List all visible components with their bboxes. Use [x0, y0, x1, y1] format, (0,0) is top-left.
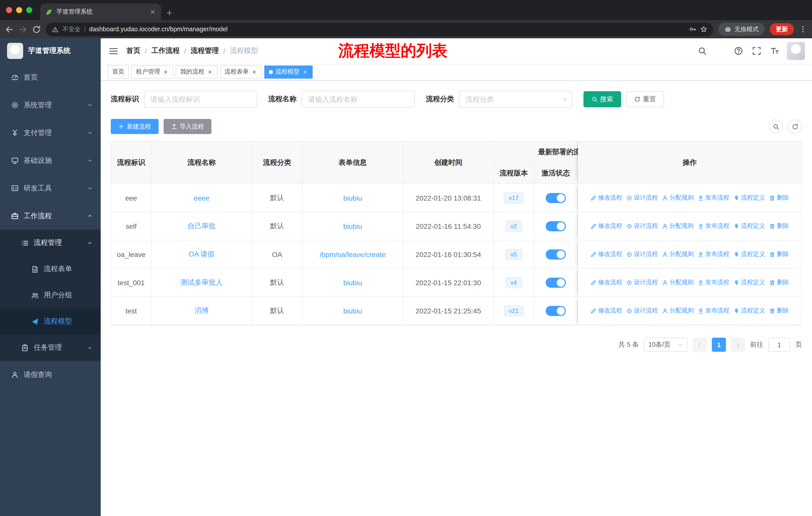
refresh-button[interactable] [788, 119, 802, 134]
process-name-input[interactable] [301, 91, 415, 108]
sidebar-item-user-group[interactable]: 用户分组 [0, 282, 101, 308]
create-process-button[interactable]: 新建流程 [111, 119, 158, 134]
action-assign[interactable]: 分配规则 [662, 193, 694, 202]
action-delete[interactable]: 删除 [769, 278, 789, 287]
active-toggle[interactable] [546, 193, 566, 203]
next-page-button[interactable] [731, 337, 745, 352]
breadcrumb-item-workflow[interactable]: 工作流程 [151, 46, 180, 55]
breadcrumb-item-home[interactable]: 首页 [126, 46, 141, 55]
action-definition[interactable]: 流程定义 [733, 250, 765, 259]
tag-tenant-management[interactable]: 租户管理 [132, 65, 173, 78]
search-button[interactable] [769, 119, 783, 134]
tag-process-model[interactable]: 流程模型 [264, 65, 313, 78]
action-edit[interactable]: 修改流程 [590, 306, 622, 315]
active-toggle[interactable] [546, 277, 566, 288]
action-assign[interactable]: 分配规则 [662, 306, 694, 315]
form-link[interactable]: /bpm/oa/leave/create [320, 250, 386, 258]
zoom-window-button[interactable] [26, 7, 32, 13]
update-button[interactable]: 更新 [770, 23, 794, 35]
close-tab-icon[interactable] [149, 8, 156, 15]
action-edit[interactable]: 修改流程 [590, 278, 622, 287]
address-bar[interactable]: 不安全 dashboard.yudao.iocoder.cn/bpm/manag… [46, 22, 713, 36]
search-button[interactable]: 搜索 [583, 91, 621, 107]
close-icon[interactable] [302, 69, 308, 75]
reset-button[interactable]: 重置 [626, 91, 664, 107]
page-number-button[interactable]: 1 [712, 337, 726, 352]
process-name-link[interactable]: 自己审批 [187, 221, 216, 230]
action-delete[interactable]: 删除 [769, 250, 789, 259]
process-name-link[interactable]: OA 请假 [189, 250, 215, 259]
action-assign[interactable]: 分配规则 [662, 250, 694, 259]
back-button[interactable] [5, 25, 13, 33]
action-design[interactable]: 设计流程 [626, 222, 658, 230]
form-link[interactable]: biubiu [343, 307, 362, 315]
action-publish[interactable]: 发布流程 [698, 306, 729, 315]
sidebar-item-payment[interactable]: 支付管理 [0, 119, 101, 147]
active-toggle[interactable] [546, 306, 566, 316]
form-link[interactable]: biubiu [343, 194, 362, 202]
process-category-select[interactable] [459, 91, 572, 108]
sidebar-item-process-management[interactable]: 流程管理 [0, 230, 101, 256]
action-definition[interactable]: 流程定义 [733, 222, 765, 230]
breadcrumb-item-process-management[interactable]: 流程管理 [191, 46, 219, 55]
action-definition[interactable]: 流程定义 [733, 278, 765, 287]
user-avatar[interactable] [787, 42, 805, 60]
action-edit[interactable]: 修改流程 [590, 222, 622, 230]
action-publish[interactable]: 发布流程 [698, 278, 729, 287]
action-edit[interactable]: 修改流程 [590, 193, 622, 202]
goto-page-input[interactable] [768, 337, 790, 352]
sidebar-item-dev-tools[interactable]: 研发工具 [0, 174, 101, 202]
browser-tab[interactable]: 芋道管理系统 [40, 3, 161, 20]
reload-button[interactable] [32, 25, 41, 33]
close-icon[interactable] [251, 69, 257, 75]
action-design[interactable]: 设计流程 [626, 306, 658, 315]
tag-my-process[interactable]: 我的流程 [176, 65, 218, 78]
github-button[interactable] [712, 43, 728, 58]
sidebar-item-workflow[interactable]: 工作流程 [0, 202, 101, 230]
action-edit[interactable]: 修改流程 [590, 250, 622, 259]
close-icon[interactable] [163, 69, 169, 75]
font-size-button[interactable] [767, 43, 783, 58]
form-link[interactable]: biubiu [343, 278, 362, 287]
tag-process-form[interactable]: 流程表单 [220, 65, 262, 78]
close-icon[interactable] [207, 69, 213, 75]
hamburger-button[interactable] [101, 46, 126, 56]
forward-button[interactable] [19, 25, 27, 33]
form-link[interactable]: biubiu [343, 222, 362, 230]
new-tab-button[interactable] [166, 9, 173, 16]
tag-home[interactable]: 首页 [108, 65, 129, 78]
star-icon[interactable] [700, 26, 707, 33]
active-toggle[interactable] [546, 221, 566, 231]
import-process-button[interactable]: 导入流程 [164, 119, 211, 134]
sidebar-item-process-form[interactable]: 流程表单 [0, 256, 101, 282]
prev-page-button[interactable] [693, 337, 707, 352]
search-button[interactable] [694, 43, 710, 58]
page-size-select[interactable]: 10条/页 [644, 337, 688, 352]
action-assign[interactable]: 分配规则 [662, 222, 694, 230]
sidebar-item-task-management[interactable]: 任务管理 [0, 334, 101, 361]
process-name-link[interactable]: 滔博 [195, 306, 209, 315]
help-button[interactable] [730, 43, 747, 58]
key-icon[interactable] [689, 26, 696, 33]
action-design[interactable]: 设计流程 [626, 278, 658, 287]
action-delete[interactable]: 删除 [769, 306, 789, 315]
action-design[interactable]: 设计流程 [626, 193, 658, 202]
action-definition[interactable]: 流程定义 [733, 306, 765, 315]
process-key-input[interactable] [144, 91, 257, 108]
sidebar-item-home[interactable]: 首页 [0, 63, 101, 91]
action-publish[interactable]: 发布流程 [698, 222, 729, 230]
minimize-window-button[interactable] [16, 7, 22, 13]
action-publish[interactable]: 发布流程 [698, 250, 729, 259]
sidebar-item-process-model[interactable]: 流程模型 [0, 308, 101, 334]
menu-dots-icon[interactable] [799, 25, 807, 33]
sidebar-item-infrastructure[interactable]: 基础设施 [0, 147, 101, 174]
sidebar-item-system[interactable]: 系统管理 [0, 91, 101, 119]
action-design[interactable]: 设计流程 [626, 250, 658, 259]
process-name-link[interactable]: 测试多审批人 [180, 278, 223, 287]
fullscreen-button[interactable] [749, 43, 765, 58]
process-name-link[interactable]: eeee [194, 194, 209, 202]
active-toggle[interactable] [546, 249, 566, 259]
close-window-button[interactable] [6, 7, 12, 13]
sidebar-logo[interactable]: 芋道管理系统 [0, 38, 101, 63]
action-definition[interactable]: 流程定义 [733, 193, 765, 202]
